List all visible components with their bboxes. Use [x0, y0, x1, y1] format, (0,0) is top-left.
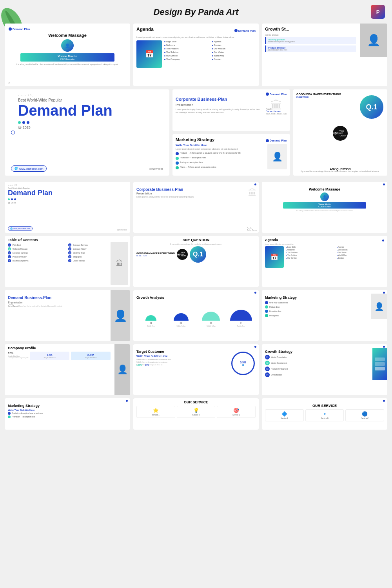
demand-year: @ 2025 [18, 125, 163, 129]
q404-circle: 404 PAGE NOT FOUND [333, 126, 348, 141]
s-mkt-img: 👤 [371, 294, 387, 319]
s-stat-1: 17K Simple Title Here [30, 352, 69, 360]
s-corp-img: 🏛 [248, 188, 257, 198]
demand-version: v.v.v 25_ [18, 94, 163, 96]
s-service-icon-2: 💡 [179, 408, 214, 413]
s-mktb-label-2: Promotion — description here [12, 416, 35, 418]
slide-footer: 04 [8, 82, 127, 84]
row2-right: Demand Plan Corporate Business-Plan Pres… [172, 89, 290, 176]
s-company-img: 👤 [114, 344, 130, 395]
s-service2-item-1: 🔷 Service A [265, 409, 304, 421]
s-company-percent: 57% [8, 352, 28, 354]
s-corp-brand [254, 183, 256, 185]
demand-main-title: Demand Plan [18, 103, 163, 118]
slide-row-1: Demand Plan Welcome Massage 👤 Yonne Mart… [5, 24, 387, 86]
s-m-label-2: Product desc [269, 306, 279, 308]
s-demandBiz-img: 👤 [111, 290, 130, 341]
agenda-small: Agenda Lorem ipsum dolor sit a met, cons… [262, 236, 387, 287]
s-gs-img [372, 348, 387, 380]
s-demandBiz-sub: Presentation [8, 301, 109, 304]
anyq-small: ANY QUESTION If you need the extra milea… [133, 236, 259, 287]
small-row-7: Marketing Strategy Write Your Subtitle H… [5, 398, 387, 430]
demand-url: 🌐 www.pitchdeck.com [11, 165, 47, 172]
mkt-desc: Lorem ipsum dolor sit a met, consectetur… [176, 148, 265, 151]
company-profile-slide: Company Profile 57% Simple Title Here Lo… [5, 344, 130, 395]
s-service-icon-3: 🎯 [219, 408, 254, 413]
s-m-label-4: Pricing desc [269, 315, 279, 317]
s-service-item-2: 💡 Service 2 [177, 406, 216, 418]
slide-brand-welcome: Demand Plan [9, 27, 30, 31]
ppt-icon: P [371, 5, 385, 19]
q404-main: Q.1 [360, 95, 383, 119]
marketing-small: Marketing Strategy Write Your Subtitle H… [262, 290, 387, 341]
s-mktb-label-1: Product — description here lorem ipsum [12, 412, 43, 414]
welcome-title: Welcome Massage [48, 33, 87, 38]
our-service-1: OUR SERVICE ⭐ Service 1 💡 Service 2 🎯 Se… [133, 398, 259, 430]
welcome-desc: It is a long established fact that a rea… [16, 63, 119, 66]
growth-strategy-small: Growth Strategy 01Market Presentation 02… [262, 344, 387, 395]
s-company-title: Company Profile [8, 346, 127, 350]
s-welcome-brand [383, 183, 385, 185]
demand-social: @NewYear [149, 167, 163, 170]
s-anyq-sub: If you need the extra mileage this may b… [136, 243, 256, 245]
side-icon [11, 131, 15, 134]
mkt-label-product: Product — At here aignoli at acuputin po… [180, 152, 241, 154]
s-m-label-3: Promotion desc [269, 310, 281, 312]
strategy-item-1: Training product Market development stra… [265, 37, 356, 44]
s-corp-planby: Plan By Carter James [247, 227, 257, 231]
s-dot-b1 [11, 198, 13, 200]
demand-biz-slide: Demand Business-Plan Presentation It is … [5, 290, 130, 341]
s-mkt-title: Marketing Strategy [265, 296, 384, 299]
s-service-2-title: OUR SERVICE [265, 404, 384, 408]
agenda-calendar-img: 📅 [136, 40, 162, 68]
s-growthA-brand [254, 292, 256, 294]
s-404: 404 PAGE NOT FOUND [177, 249, 188, 260]
s-mktb-brand [126, 400, 128, 402]
agenda-desc: Lorem ipsum dolor sit a met, consectetur… [136, 36, 256, 38]
s-target-circle: 5.5M 👥 [231, 352, 255, 375]
target-num3: 37% [145, 364, 149, 366]
header-title: Design By Panda Art [154, 7, 239, 17]
s-stat-2: 2.9M Simple Title Here [71, 352, 111, 360]
agenda-slide: Agenda Demand Plan Lorem ipsum dolor sit… [133, 24, 259, 86]
s-gs-title: Growth Strategy [265, 350, 372, 354]
demand-plan-large: v.v.v 25_ Best World-Wide Popular Demand… [5, 89, 169, 176]
corp-plan-by: Plan By Carter James 2024 2025 / 2026 / … [266, 108, 287, 115]
our-service-2: OUR SERVICE 🔷 Service A 🔹 Service B 🔵 Se… [262, 398, 387, 430]
mkt-label-promo: Promotion — description here [180, 156, 206, 159]
toc-slide: Table Of Contents 01Pitch-Deck 02Welcome… [5, 236, 130, 287]
s-corp-sub: Presentation [136, 192, 256, 195]
agenda-list-2: Agenda Contact Our Mission Our Vision Wo… [212, 40, 256, 68]
corporate-slide: Demand Plan Corporate Business-Plan Pres… [172, 89, 290, 131]
agenda-title: Agenda [136, 27, 154, 32]
page-header: Design By Panda Art P [0, 0, 392, 20]
corp-subtitle: Presentation [176, 103, 263, 107]
mkt-bottom-slide: Marketing Strategy Write Your Subtitle H… [5, 398, 130, 430]
s-year: @ 2025 [8, 201, 127, 204]
name-bar: Yonne Martin CEO/Founder [20, 53, 114, 62]
s-social: @NewYear [117, 229, 127, 231]
demand-subtitle: Best World-Wide Popular [18, 98, 163, 102]
small-row-5: Demand Business-Plan Presentation It is … [5, 290, 387, 341]
s-service2-icon-2: 🔹 [307, 411, 342, 417]
s-mktb-dot-1 [8, 412, 11, 415]
s-mkt-bottom-title: Marketing Strategy [8, 404, 127, 408]
toc-title: Table Of Contents [8, 238, 127, 242]
s-m-label-1: Write Your Subtitle Here [269, 302, 288, 304]
s-agenda-img: 📅 [265, 246, 284, 268]
s-agenda-desc: Lorem ipsum dolor sit a met, consectetur… [265, 243, 384, 245]
s-agenda-title: Agenda [265, 238, 278, 242]
dot-blue [22, 121, 25, 124]
anyq-sub: If you need the extra mileage this may b… [296, 171, 384, 172]
s-agenda-brand [382, 240, 384, 241]
s-anyq-title: ANY QUESTION [136, 238, 256, 242]
corp-small: Corporate Business-Plan Presentation Lor… [133, 182, 259, 233]
mkt-dot-2 [176, 157, 179, 160]
s-corp-desc: Lorem ipsum is simply dummy text of the … [136, 196, 256, 198]
mkt-label-place: Place — At here aignoli at acuputin poin… [180, 166, 216, 168]
s-growth-title: Growth Analysis [136, 296, 256, 299]
s-dot-teal [8, 198, 10, 200]
target-customer-slide: Target Customer Write Your Subtitle Here… [133, 344, 259, 395]
s-service-1-title: OUR SERVICE [136, 400, 256, 404]
q404-slide: GOOD IDEA MAKES EVERYTHING IS BETTER. 40… [293, 89, 387, 176]
